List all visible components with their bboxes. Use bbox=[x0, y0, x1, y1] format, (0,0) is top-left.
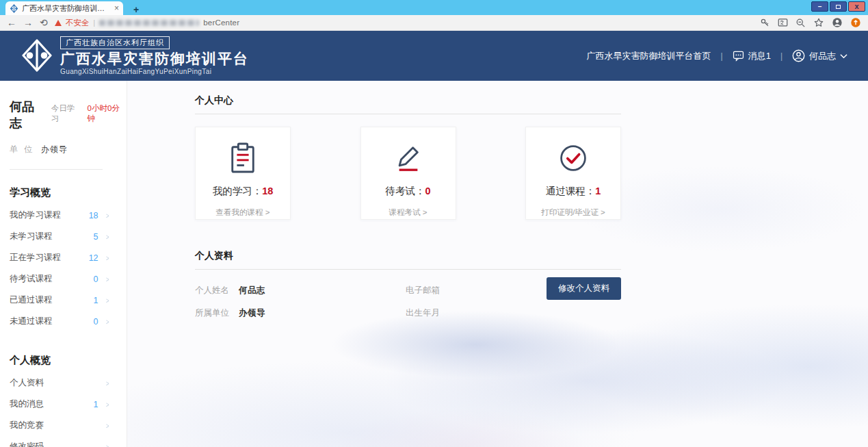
field-name: 个人姓名何品志 bbox=[195, 285, 406, 296]
pencil-icon bbox=[394, 142, 423, 174]
url-text: berCenter bbox=[203, 18, 239, 27]
card-pending-exam[interactable]: 待考试：0 课程考试 > bbox=[360, 127, 456, 220]
card-link[interactable]: 查看我的课程 > bbox=[216, 207, 270, 218]
item-label: 正在学习课程 bbox=[10, 252, 89, 264]
item-label: 待考试课程 bbox=[10, 273, 94, 285]
sidebar-item-pending-exam[interactable]: 待考试课程 0 > bbox=[10, 268, 109, 290]
sidebar-unit-row: 单 位 办领导 bbox=[10, 144, 127, 155]
item-label: 个人资料 bbox=[10, 377, 98, 389]
header-nav: 广西水旱灾害防御培训平台首页 | 消息1 | 何品志 bbox=[587, 49, 847, 62]
browser-tab[interactable]: 广西水旱灾害防御培训平台 × bbox=[5, 1, 123, 15]
site-title-pinyin: GuangXiShuiHanZaiHaiFangYuPeiXunPingTai bbox=[60, 68, 249, 75]
messages-label: 消息1 bbox=[748, 50, 771, 62]
tab-title: 广西水旱灾害防御培训平台 bbox=[22, 3, 111, 14]
field-label: 电子邮箱 bbox=[406, 285, 440, 295]
translate-icon[interactable] bbox=[778, 18, 788, 28]
sidebar-item-passed[interactable]: 已通过课程 1 > bbox=[10, 290, 109, 311]
browser-titlebar: 广西水旱灾害防御培训平台 × + – x bbox=[0, 0, 868, 15]
address-bar[interactable]: 不安全 | berCenter bbox=[55, 18, 753, 28]
site-logo bbox=[21, 39, 53, 72]
edit-profile-button[interactable]: 修改个人资料 bbox=[547, 277, 621, 300]
header-separator: | bbox=[721, 51, 723, 61]
sidebar-item-not-passed[interactable]: 未通过课程 0 > bbox=[10, 311, 109, 332]
sidebar-user-name: 何品志 bbox=[10, 99, 46, 131]
user-avatar-icon bbox=[792, 49, 805, 62]
unit-value: 办领导 bbox=[41, 144, 68, 154]
item-count: 5 bbox=[94, 232, 98, 242]
chevron-right-icon: > bbox=[106, 275, 109, 283]
security-warning-label: 不安全 bbox=[66, 18, 90, 28]
sidebar-item-competitions[interactable]: 我的竞赛 > bbox=[10, 415, 109, 436]
main-content: 个人中心 我的学习：18 查看我的课程 > bbox=[127, 81, 868, 447]
back-icon[interactable]: ← bbox=[7, 18, 16, 27]
security-warning-icon bbox=[55, 20, 62, 26]
redacted-url-segment bbox=[99, 20, 199, 26]
chevron-right-icon: > bbox=[106, 296, 109, 305]
card-count: 0 bbox=[425, 186, 430, 196]
site-favicon-icon bbox=[10, 4, 18, 13]
study-today-value: 0小时0分钟 bbox=[88, 103, 127, 124]
card-my-study[interactable]: 我的学习：18 查看我的课程 > bbox=[195, 127, 291, 220]
card-link[interactable]: 课程考试 > bbox=[389, 207, 428, 218]
summary-cards: 我的学习：18 查看我的课程 > 待考试：0 课程考试 > bbox=[195, 127, 621, 220]
zoom-icon[interactable] bbox=[795, 18, 806, 28]
browser-update-icon[interactable] bbox=[850, 17, 861, 28]
chevron-right-icon: > bbox=[106, 212, 109, 220]
window-minimize-button[interactable]: – bbox=[811, 1, 828, 12]
card-passed-courses[interactable]: 通过课程：1 打印证明/毕业证 > bbox=[525, 127, 621, 220]
message-icon bbox=[733, 50, 744, 62]
sidebar-user-row: 何品志 今日学习0小时0分钟 bbox=[10, 99, 127, 131]
field-label: 出生年月 bbox=[406, 308, 440, 318]
profile-title: 个人资料 bbox=[195, 250, 621, 262]
tab-close-icon[interactable]: × bbox=[114, 4, 119, 12]
window-maximize-button[interactable] bbox=[830, 1, 847, 12]
sidebar-divider bbox=[10, 169, 103, 170]
item-count: 1 bbox=[94, 400, 98, 409]
bookmark-star-icon[interactable] bbox=[813, 17, 824, 28]
sidebar-item-not-started[interactable]: 未学习课程 5 > bbox=[10, 226, 109, 247]
personal-center-title: 个人中心 bbox=[195, 94, 621, 107]
home-link[interactable]: 广西水旱灾害防御培训平台首页 bbox=[587, 50, 711, 62]
card-link[interactable]: 打印证明/毕业证 > bbox=[541, 207, 605, 218]
user-menu[interactable]: 何品志 bbox=[792, 49, 847, 62]
item-count: 12 bbox=[89, 253, 98, 263]
profile-avatar-icon[interactable] bbox=[832, 17, 843, 28]
user-name-label: 何品志 bbox=[809, 50, 836, 62]
item-count: 0 bbox=[94, 317, 98, 327]
field-label: 个人姓名 bbox=[195, 285, 229, 295]
field-value: 办领导 bbox=[239, 308, 265, 318]
header-separator: | bbox=[780, 51, 782, 61]
card-count: 18 bbox=[262, 186, 273, 196]
password-key-icon[interactable] bbox=[760, 18, 770, 28]
item-label: 已通过课程 bbox=[10, 294, 94, 306]
item-count: 0 bbox=[94, 274, 98, 284]
item-label: 我的竞赛 bbox=[10, 420, 98, 431]
site-brand: 广西壮族自治区水利厅组织 广西水旱灾害防御培训平台 GuangXiShuiHan… bbox=[21, 36, 249, 75]
refresh-icon[interactable]: ⟲ bbox=[40, 18, 48, 27]
sidebar-item-in-progress[interactable]: 正在学习课程 12 > bbox=[10, 247, 109, 268]
card-label: 我的学习：18 bbox=[213, 185, 274, 198]
new-tab-button[interactable]: + bbox=[127, 3, 145, 15]
item-count: 18 bbox=[89, 211, 98, 220]
unit-label: 单 位 bbox=[10, 144, 34, 154]
org-badge: 广西壮族自治区水利厅组织 bbox=[60, 36, 170, 49]
messages-link[interactable]: 消息1 bbox=[733, 50, 771, 62]
chevron-down-icon bbox=[840, 53, 847, 59]
study-today-label: 今日学习 bbox=[51, 103, 82, 124]
sidebar-item-change-password[interactable]: 修改密码 > bbox=[10, 436, 109, 447]
field-value: 何品志 bbox=[239, 285, 265, 295]
chevron-right-icon: > bbox=[106, 318, 109, 326]
sidebar-item-messages[interactable]: 我的消息 1 > bbox=[10, 394, 109, 415]
chevron-right-icon: > bbox=[106, 233, 109, 241]
card-label: 待考试：0 bbox=[385, 185, 430, 198]
window-close-button[interactable]: x bbox=[848, 1, 865, 12]
sidebar-item-profile[interactable]: 个人资料 > bbox=[10, 372, 109, 394]
page-body: 何品志 今日学习0小时0分钟 单 位 办领导 学习概览 我的学习课程 18 > … bbox=[0, 81, 868, 447]
url-separator: | bbox=[93, 18, 95, 27]
sidebar-item-my-courses[interactable]: 我的学习课程 18 > bbox=[10, 205, 109, 226]
forward-icon[interactable]: → bbox=[23, 18, 33, 27]
card-label: 通过课程：1 bbox=[546, 185, 601, 198]
field-unit: 所属单位办领导 bbox=[195, 307, 406, 319]
card-text: 通过课程： bbox=[546, 186, 596, 196]
site-header: 广西壮族自治区水利厅组织 广西水旱灾害防御培训平台 GuangXiShuiHan… bbox=[0, 31, 868, 81]
